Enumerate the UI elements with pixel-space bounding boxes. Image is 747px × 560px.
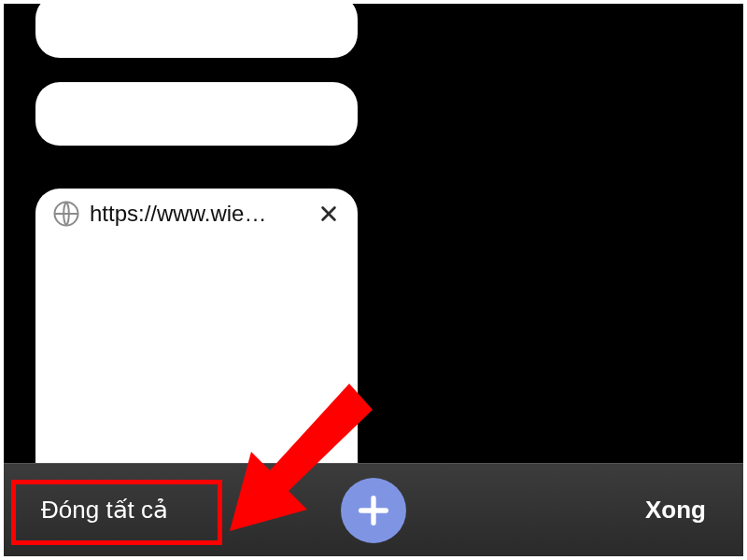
plus-icon [355, 492, 392, 529]
tab-overview-screen: https://www.wie… [4, 4, 743, 556]
stage: https://www.wie… [0, 0, 747, 560]
tab-card[interactable] [35, 4, 358, 58]
done-button[interactable]: Xong [630, 484, 721, 536]
tab-header: https://www.wie… [35, 189, 358, 237]
close-icon[interactable] [317, 202, 341, 226]
globe-icon [52, 200, 80, 228]
toolbar: Đóng tất cả Xong [4, 463, 743, 556]
tab-title: https://www.wie… [90, 201, 307, 227]
tab-card[interactable] [35, 82, 358, 146]
new-tab-button[interactable] [341, 478, 406, 543]
close-all-button[interactable]: Đóng tất cả [26, 484, 183, 536]
